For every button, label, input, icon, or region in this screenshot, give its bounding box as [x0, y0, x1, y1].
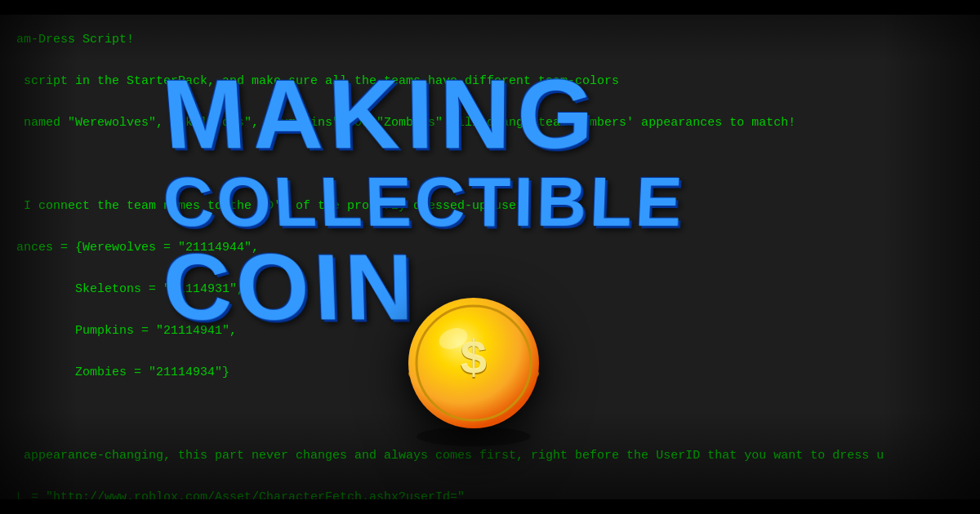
- letterbox-bottom: [0, 499, 980, 514]
- coin-image: $ $: [392, 286, 555, 449]
- scene: am-Dress Script! script in the StarterPa…: [0, 0, 980, 514]
- coin-svg: $ $: [392, 286, 555, 449]
- svg-point-0: [416, 427, 531, 446]
- letterbox-top: [0, 0, 980, 15]
